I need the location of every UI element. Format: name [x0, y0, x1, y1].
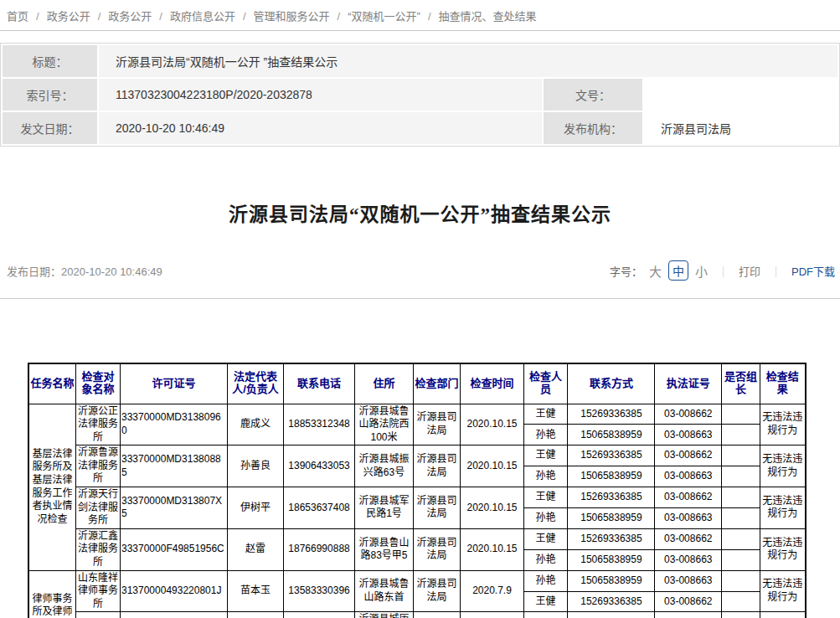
table-row: 沂源天行剑法律服务所33370000MD313807X5伊树平186536374…	[28, 487, 806, 508]
inspector-name-cell: 孙艳	[523, 425, 568, 445]
document-meta-table: 标题： 沂源县司法局“双随机一公开 ”抽查结果公示 索引号： 113703230…	[0, 43, 840, 147]
is-leader-cell	[722, 466, 760, 487]
address-cell: 沂源县城历山路49号沂源商务大厦B座16楼	[355, 612, 414, 618]
inspect-department-cell: 沂源县司法局	[413, 612, 461, 618]
is-leader-cell	[722, 528, 760, 549]
inspector-contact-cell: 15269336385	[568, 487, 655, 508]
column-header: 住所	[355, 363, 414, 404]
enforcement-badge-cell: 03-008663	[655, 570, 722, 591]
column-header: 是否组长	[722, 363, 760, 404]
breadcrumb-separator: /	[338, 10, 341, 23]
inspect-date-cell: 2020.7.9	[461, 612, 523, 618]
breadcrumb-link[interactable]: 政府信息公开	[170, 10, 235, 23]
inspector-contact-cell: 15269336385	[568, 404, 655, 425]
column-header: 检查结果	[760, 363, 806, 404]
license-number-cell: 33370000MD31380960	[120, 404, 227, 445]
column-header: 任务名称	[28, 363, 76, 404]
inspector-name-cell: 孙艳	[523, 507, 568, 528]
publish-date: 发布日期：2020-10-20 10:46:49	[7, 263, 162, 279]
meta-issuer-label: 发布机构：	[544, 112, 642, 144]
meta-doc-no-label: 文号：	[544, 79, 642, 111]
contact-phone-cell: 13906433053	[283, 445, 354, 487]
inspector-contact-cell: 15065838959	[568, 549, 655, 570]
is-leader-cell	[722, 549, 760, 570]
column-header: 检查对象名称	[76, 363, 121, 404]
legal-rep-cell: 孙善良	[228, 445, 284, 487]
breadcrumb-link[interactable]: 抽查情况、查处结果	[439, 10, 537, 23]
breadcrumb-link[interactable]: “双随机一公开”	[348, 10, 420, 23]
breadcrumb-separator: /	[243, 10, 246, 23]
meta-issuer-value: 沂源县司法局	[644, 112, 837, 144]
task-name-cell: 律师事务所及律师执业情况检查	[28, 570, 76, 618]
license-number-cell: 31370000493219923R	[120, 612, 227, 618]
pdf-download-button[interactable]: PDF下载	[791, 263, 835, 279]
divider	[0, 298, 840, 299]
column-header: 执法证号	[655, 363, 722, 404]
breadcrumb-link[interactable]: 政务公开	[108, 10, 152, 23]
meta-index-value: 11370323004223180P/2020-2032878	[99, 79, 542, 111]
font-size-medium-button[interactable]: 中	[668, 260, 688, 281]
column-header: 法定代表人/负责人	[228, 363, 284, 404]
font-size-small-button[interactable]: 小	[695, 262, 708, 280]
object-name-cell: 沂源公正法律服务所	[76, 404, 121, 445]
table-row: 沂源汇鑫法律服务所33370000F49851956C赵雷18766990888…	[28, 528, 806, 549]
inspect-date-cell: 2020.10.15	[461, 404, 523, 445]
inspector-name-cell: 孙艳	[523, 570, 568, 591]
address-cell: 沂源县鲁山路83号甲5	[355, 528, 414, 570]
breadcrumb-link[interactable]: 管理和服务公开	[254, 10, 330, 23]
address-cell: 沂源县城鲁山路法院西100米	[355, 404, 414, 445]
article-tools: 字号： 大 中 小 ｜ 打印 ｜ PDF下载	[610, 260, 835, 281]
inspector-contact-cell: 15269336385	[568, 591, 655, 612]
results-table-body: 基层法律服务所及基层法律服务工作者执业情况检查沂源公正法律服务所33370000…	[28, 404, 806, 618]
inspector-contact-cell: 15065838959	[568, 466, 655, 487]
column-header: 许可证号	[120, 363, 227, 404]
inspection-results-table: 任务名称检查对象名称许可证号法定代表人/负责人联系电话住所检查部门检查时间检查人…	[28, 363, 807, 618]
result-cell: 无违法违规行为	[760, 612, 806, 618]
inspector-name-cell: 王健	[523, 445, 568, 466]
meta-index-label: 索引号：	[3, 79, 97, 111]
page-title: 沂源县司法局“双随机一公开”抽查结果公示	[0, 198, 840, 227]
column-header: 检查时间	[461, 363, 523, 404]
meta-title-label: 标题：	[3, 45, 97, 77]
inspector-name-cell: 王健	[523, 528, 568, 549]
breadcrumb-link[interactable]: 政务公开	[47, 10, 90, 23]
legal-rep-cell: 苗本玉	[228, 570, 284, 612]
separator: ｜	[770, 263, 781, 279]
contact-phone-cell: 18653637408	[283, 487, 354, 529]
print-button[interactable]: 打印	[739, 263, 760, 279]
result-cell: 无违法违规行为	[760, 404, 806, 445]
is-leader-cell	[722, 445, 760, 466]
breadcrumb-separator: /	[98, 10, 101, 23]
inspect-date-cell: 2020.10.15	[461, 487, 523, 529]
column-header: 检查部门	[413, 363, 461, 404]
license-number-cell: 33370000MD31380885	[120, 445, 227, 487]
enforcement-badge-cell: 03-008662	[655, 487, 722, 508]
inspect-date-cell: 2020.7.9	[461, 570, 523, 612]
object-name-cell: 山东民意律师事务所	[76, 612, 121, 618]
inspector-name-cell: 孙艳	[523, 612, 568, 618]
meta-issue-date-label: 发文日期：	[3, 112, 97, 144]
result-cell: 无违法违规行为	[760, 487, 806, 529]
inspector-name-cell: 孙艳	[523, 466, 568, 487]
inspector-contact-cell: 15065838959	[568, 425, 655, 445]
column-header: 联系方式	[568, 363, 655, 404]
inspector-name-cell: 王健	[523, 404, 568, 425]
object-name-cell: 沂源鲁源法律服务所	[76, 445, 121, 487]
meta-issue-date-value: 2020-10-20 10:46:49	[99, 112, 542, 144]
inspector-contact-cell: 15065838959	[568, 507, 655, 528]
breadcrumb-link[interactable]: 首页	[7, 10, 28, 23]
meta-row-title: 标题： 沂源县司法局“双随机一公开 ”抽查结果公示	[3, 45, 837, 77]
font-size-large-button[interactable]: 大	[649, 262, 662, 280]
legal-rep-cell: 鹿成义	[228, 404, 284, 445]
table-row: 沂源鲁源法律服务所33370000MD31380885孙善良1390643305…	[28, 445, 806, 466]
inspector-name-cell: 孙艳	[523, 549, 568, 570]
breadcrumb-separator: /	[159, 10, 162, 23]
enforcement-badge-cell: 03-008662	[655, 528, 722, 549]
page: 首页/政务公开/政务公开/政府信息公开/管理和服务公开/“双随机一公开”/抽查情…	[0, 0, 840, 618]
meta-doc-no-value	[644, 79, 837, 111]
result-cell: 无违法违规行为	[760, 445, 806, 487]
enforcement-badge-cell: 03-008663	[655, 612, 722, 618]
is-leader-cell	[722, 487, 760, 508]
publish-date-label: 发布日期：	[7, 265, 61, 278]
meta-row-date: 发文日期： 2020-10-20 10:46:49 发布机构： 沂源县司法局	[3, 112, 837, 144]
